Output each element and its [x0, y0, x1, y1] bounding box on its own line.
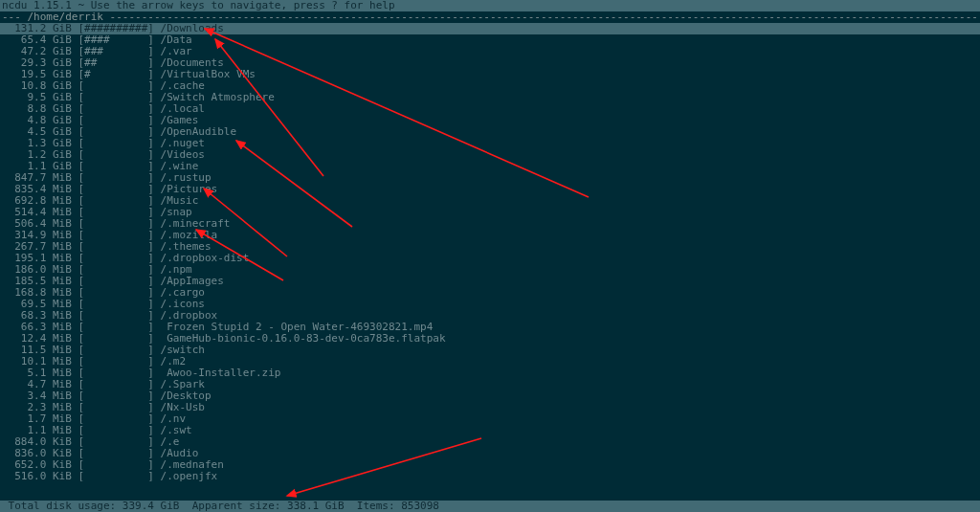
status-bar: Total disk usage: 339.4 GiB Apparent siz…: [0, 501, 980, 512]
file-list[interactable]: 131.2 GiB [##########] /Downloads 65.4 G…: [0, 23, 980, 482]
list-item[interactable]: 516.0 KiB [ ] /.openjfx: [0, 471, 980, 482]
status-text: Total disk usage: 339.4 GiB Apparent siz…: [2, 500, 439, 512]
